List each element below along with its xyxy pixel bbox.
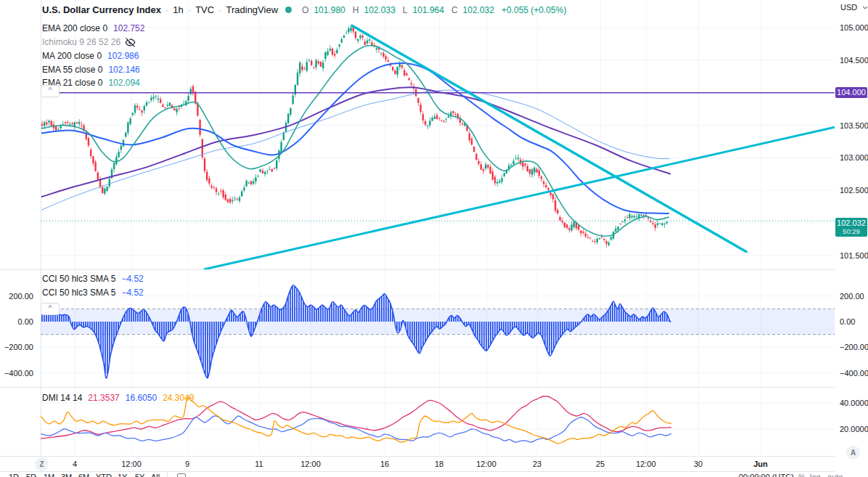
high-value: 102.033 <box>364 5 395 15</box>
price-line-badge: 104.000 <box>835 87 867 98</box>
calendar-icon[interactable] <box>177 473 186 477</box>
cci-tick: 0.00 <box>840 317 855 326</box>
close-label: C <box>451 5 458 15</box>
eye-off-icon[interactable] <box>125 37 136 48</box>
scale-button-%[interactable]: % <box>798 473 806 477</box>
open-label: O <box>302 5 308 15</box>
time-tick: 12:00 <box>636 460 656 468</box>
currency-selector[interactable]: USD <box>840 3 868 12</box>
toolbar-divider <box>167 472 168 477</box>
time-axis[interactable]: 412:0091112:00161812:00232512:0030Jun <box>0 456 868 471</box>
indicator-label: CCI 50 hlc3 SMA 5 <box>42 274 115 284</box>
time-tick: 11 <box>255 460 263 468</box>
currency-label: USD <box>840 3 857 12</box>
indicator-value: −4.52 <box>121 274 143 284</box>
clock-utc[interactable]: 00:00:00 (UTC) <box>739 473 794 477</box>
legend-item-dmi[interactable]: DMI 14 14 21.3537 16.6050 24.3049 <box>42 392 195 404</box>
indicator-value: 102.094 <box>108 78 139 88</box>
header-separator: · <box>188 4 191 15</box>
cci-tick-left: 0.00 <box>0 317 33 326</box>
time-tick: 16 <box>380 460 389 468</box>
indicator-value: 102.146 <box>108 65 139 75</box>
range-button-1d[interactable]: 1D <box>9 473 19 477</box>
dmi-minus-di-value: 16.6050 <box>126 393 157 403</box>
indicator-label: DMI 14 14 <box>42 393 82 403</box>
header-separator: · <box>218 4 221 15</box>
time-tick: 30 <box>694 460 703 468</box>
indicator-value: 102.752 <box>113 23 144 33</box>
range-button-5y[interactable]: 5Y <box>135 473 144 477</box>
indicator-value: 102.986 <box>107 51 139 61</box>
low-value: 101.964 <box>413 5 444 15</box>
dmi-tick: 40.0000 <box>840 399 868 407</box>
main-pane-collapse-button[interactable]: ^ <box>41 85 60 97</box>
dmi-tick: 20.0000 <box>840 425 868 433</box>
scale-button-log[interactable]: log <box>810 473 821 477</box>
time-tick: 12:00 <box>476 460 496 468</box>
chevron-down-icon <box>862 6 868 9</box>
change-value: +0.055 (+0.05%) <box>501 5 566 15</box>
price-tick: 104.500 <box>840 56 868 65</box>
scale-button-auto[interactable]: auto <box>827 473 843 477</box>
time-tick: 9 <box>185 460 189 468</box>
indicator-label: CCI 50 hlc3 SMA 5 <box>42 288 115 298</box>
indicator-value: −4.52 <box>121 288 143 298</box>
legend-item-ichimoku[interactable]: Ichimoku 9 26 52 26 <box>42 36 136 48</box>
market-status-dot[interactable] <box>285 7 292 13</box>
cci-tick-left: −400.00 <box>0 369 33 378</box>
time-tick: 18 <box>435 460 443 468</box>
time-tick: 23 <box>533 460 541 468</box>
exchange-label: TVC <box>195 4 214 15</box>
indicator-label: EMA 200 close 0 <box>42 23 107 33</box>
tradingview-chart-window: U.S. Dollar Currency Index · 1h · TVC · … <box>0 0 868 477</box>
time-tick: 12:00 <box>121 460 142 468</box>
price-tick: 103.000 <box>840 153 868 162</box>
range-button-5d[interactable]: 5D <box>26 473 36 477</box>
last-price-badge: 102.03250:29 <box>835 218 867 237</box>
high-label: H <box>353 5 359 15</box>
symbol-title[interactable]: U.S. Dollar Currency Index <box>42 4 161 15</box>
legend-item-ema-200[interactable]: EMA 200 close 0 102.752 <box>42 23 144 34</box>
range-button-1m[interactable]: 1M <box>44 473 54 477</box>
time-tick: Jun <box>753 460 768 468</box>
cci-tick-left: −200.00 <box>0 343 33 351</box>
range-button-all[interactable]: All <box>151 473 160 477</box>
price-tick: 102.500 <box>840 186 868 195</box>
price-tick: 103.500 <box>840 121 868 130</box>
range-button-1y[interactable]: 1Y <box>118 473 127 477</box>
auto-scale-button[interactable]: A <box>846 446 860 460</box>
price-tick: 101.500 <box>840 251 868 260</box>
cci-tick-left: 200.00 <box>0 292 33 301</box>
legend-item-ma-200[interactable]: MA 200 close 0 102.986 <box>42 50 139 62</box>
legend-item-cci-2[interactable]: CCI 50 hlc3 SMA 5 −4.52 <box>42 287 144 298</box>
left-gutter: 200.000.00−200.00−400.00 <box>0 0 41 472</box>
time-tick: 4 <box>73 460 77 468</box>
countdown-timer: 50:29 <box>835 227 867 235</box>
legend-item-cci-1[interactable]: CCI 50 hlc3 SMA 5 −4.52 <box>42 273 144 285</box>
cci-tick: −400.00 <box>840 369 868 378</box>
open-value: 101.980 <box>314 5 345 15</box>
cci-pane-collapse-button[interactable]: ^ <box>41 303 60 315</box>
indicator-label: Ichimoku 9 26 52 26 <box>42 37 120 47</box>
last-price-value: 102.032 <box>835 219 867 227</box>
cci-tick: −200.00 <box>840 343 868 351</box>
dmi-plus-di-value: 24.3049 <box>163 393 194 403</box>
timezone-button[interactable]: Z <box>35 457 49 471</box>
price-tick: 105.000 <box>840 23 868 32</box>
time-tick: 25 <box>596 460 605 468</box>
range-button-6m[interactable]: 6M <box>78 473 89 477</box>
interval-button[interactable]: 1h <box>173 4 183 15</box>
price-axis[interactable]: USD 105.000104.500103.500103.000102.5001… <box>835 0 868 472</box>
legend-item-ema-55[interactable]: EMA 55 close 0 102.146 <box>42 64 140 76</box>
provider-label: TradingView <box>226 4 279 15</box>
range-button-ytd[interactable]: YTD <box>96 473 112 477</box>
symbol-header: U.S. Dollar Currency Index · 1h · TVC · … <box>42 4 566 15</box>
cci-tick: 200.00 <box>840 292 864 301</box>
dmi-adx-value: 21.3537 <box>88 393 119 403</box>
time-tick: 12:00 <box>300 460 321 468</box>
indicator-label: MA 200 close 0 <box>42 51 102 61</box>
header-separator: · <box>165 4 168 15</box>
indicator-label: EMA 55 close 0 <box>42 65 102 75</box>
range-button-3m[interactable]: 3M <box>61 473 72 477</box>
toolbar-divider <box>790 472 790 477</box>
